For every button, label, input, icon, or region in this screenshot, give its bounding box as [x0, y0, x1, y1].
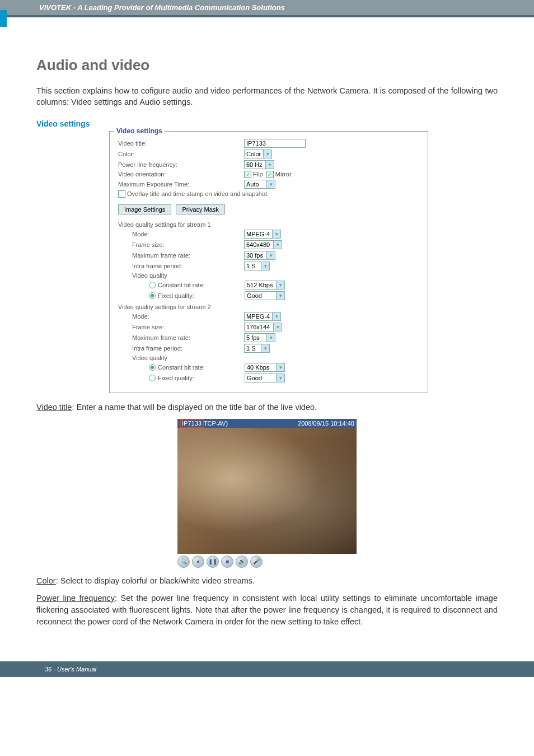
- plf-label: Power line frequency:: [118, 161, 244, 168]
- stop-icon[interactable]: ■: [221, 556, 233, 568]
- s2-vq-label: Video quality: [132, 354, 167, 361]
- chevron-down-icon: ▾: [276, 374, 285, 382]
- orientation-label: Video orientation:: [118, 171, 244, 178]
- s2-mfr-select[interactable]: ▾: [244, 333, 275, 342]
- video-title-label: Video title:: [118, 140, 244, 147]
- met-select[interactable]: ▾: [244, 180, 275, 189]
- overlay-checkbox-label: Overlay title and time stamp on video an…: [127, 190, 269, 197]
- s2-mfr-label: Maximum frame rate:: [132, 334, 244, 341]
- chevron-down-icon: ▾: [272, 230, 281, 239]
- chevron-down-icon: ▾: [261, 262, 270, 270]
- s2-mode-select[interactable]: ▾: [244, 312, 281, 321]
- met-label: Maximum Exposure Time:: [118, 181, 244, 188]
- chevron-down-icon: ▾: [276, 363, 285, 372]
- zoom-icon[interactable]: 🔍: [177, 556, 190, 568]
- s1-cbr-radio[interactable]: [149, 282, 156, 288]
- color-label: Color:: [118, 151, 244, 157]
- chevron-down-icon: ▾: [265, 160, 274, 169]
- chevron-down-icon: ▾: [273, 240, 282, 249]
- s2-intra-label: Intra frame period:: [132, 345, 244, 352]
- video-overlay-timestamp: 2008/09/15 10:14:40: [298, 420, 354, 427]
- s1-vq-label: Video quality: [132, 272, 167, 279]
- s1-fq-label: Fixed quality:: [158, 292, 245, 299]
- s1-mode-label: Mode:: [132, 231, 244, 237]
- s1-mfr-label: Maximum frame rate:: [132, 252, 244, 259]
- page-number: 36 - User's Manual: [45, 666, 96, 673]
- panel-legend: Video settings: [114, 127, 165, 135]
- video-overlay-protocol: TCP-AV): [204, 420, 228, 427]
- chevron-down-icon: ▾: [261, 344, 270, 353]
- chevron-down-icon: ▾: [276, 291, 285, 300]
- mirror-checkbox-label: Mirror: [275, 171, 292, 178]
- flip-checkbox[interactable]: ✓: [244, 171, 251, 178]
- video-overlay-title: IP7133: [180, 419, 204, 428]
- chevron-down-icon: ▾: [272, 312, 281, 321]
- chevron-down-icon: ▾: [276, 281, 285, 290]
- plf-select[interactable]: ▾: [244, 160, 274, 169]
- chevron-down-icon: ▾: [266, 180, 275, 189]
- chevron-down-icon: ▾: [273, 323, 282, 332]
- s1-mfr-select[interactable]: ▾: [244, 251, 275, 260]
- pause-icon[interactable]: ❚❚: [207, 556, 219, 568]
- video-control-bar: 🔍 ● ❚❚ ■ 🔊 🎤: [177, 554, 357, 570]
- s2-cbr-radio[interactable]: [149, 364, 156, 371]
- record-icon[interactable]: ●: [192, 556, 204, 568]
- header-brand-text: VIVOTEK - A Leading Provider of Multimed…: [39, 3, 523, 12]
- mirror-checkbox[interactable]: ✓: [266, 171, 274, 178]
- s1-fq-select[interactable]: ▾: [245, 291, 285, 300]
- s2-fq-select[interactable]: ▾: [245, 374, 285, 382]
- video-settings-panel: Video settings Video title: Color: ▾ Pow…: [109, 131, 428, 393]
- side-tab: [0, 10, 7, 27]
- s1-intra-label: Intra frame period:: [132, 263, 244, 269]
- s2-fs-label: Frame size:: [132, 324, 244, 330]
- s1-cbr-label: Constant bit rate:: [158, 282, 245, 288]
- video-settings-heading: Video settings: [36, 119, 498, 128]
- color-desc: Color: Select to display colorful or bla…: [36, 575, 498, 587]
- s1-fs-label: Frame size:: [132, 241, 244, 248]
- image-settings-button[interactable]: Image Settings: [118, 204, 171, 214]
- s2-fs-select[interactable]: ▾: [244, 323, 282, 332]
- video-overlay-bar: IP7133TCP-AV) 2008/09/15 10:14:40: [177, 419, 357, 428]
- speaker-icon[interactable]: 🔊: [236, 556, 248, 568]
- s1-cbr-select[interactable]: ▾: [245, 281, 285, 290]
- s1-intra-select[interactable]: ▾: [244, 262, 270, 270]
- mic-icon[interactable]: 🎤: [250, 556, 263, 568]
- document-header: VIVOTEK - A Leading Provider of Multimed…: [0, 0, 534, 15]
- privacy-mask-button[interactable]: Privacy Mask: [176, 204, 224, 214]
- color-select[interactable]: ▾: [244, 150, 272, 158]
- overlay-checkbox[interactable]: [118, 190, 125, 198]
- intro-paragraph: This section explains how to cofigure au…: [36, 85, 498, 108]
- page-footer: 36 - User's Manual: [0, 661, 534, 677]
- s1-fq-radio[interactable]: [149, 292, 156, 299]
- s1-fs-select[interactable]: ▾: [244, 240, 282, 249]
- stream1-header: Video quality settings for stream 1: [118, 221, 419, 228]
- s1-mode-select[interactable]: ▾: [244, 230, 281, 239]
- chevron-down-icon: ▾: [266, 333, 275, 342]
- s2-mode-label: Mode:: [132, 313, 244, 320]
- s2-cbr-label: Constant bit rate:: [158, 364, 245, 371]
- flip-checkbox-label: Flip: [253, 171, 263, 178]
- chevron-down-icon: ▾: [266, 251, 275, 260]
- video-title-desc: Video title: Enter a name that will be d…: [36, 402, 498, 413]
- s2-intra-select[interactable]: ▾: [244, 344, 270, 353]
- stream2-header: Video quality settings for stream 2: [118, 304, 419, 310]
- page-title: Audio and video: [36, 57, 498, 74]
- s2-cbr-select[interactable]: ▾: [245, 363, 285, 372]
- chevron-down-icon: ▾: [263, 150, 272, 158]
- live-video-preview: IP7133TCP-AV) 2008/09/15 10:14:40 🔍 ● ❚❚…: [177, 419, 357, 570]
- plf-desc: Power line frequency: Set the power line…: [36, 592, 498, 628]
- video-title-input[interactable]: [244, 139, 306, 148]
- s2-fq-label: Fixed quality:: [158, 375, 245, 381]
- s2-fq-radio[interactable]: [149, 375, 156, 381]
- video-frame: [177, 428, 357, 554]
